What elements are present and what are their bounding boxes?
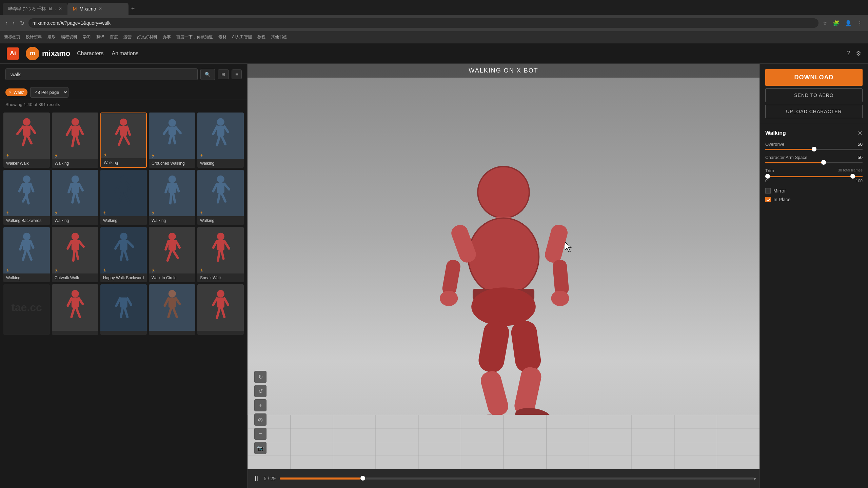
search-button[interactable]: 🔍 (200, 69, 215, 80)
tab-inactive-close[interactable]: ✕ (59, 6, 62, 11)
svg-point-60 (23, 232, 31, 240)
svg-line-46 (119, 193, 123, 202)
walk-tag[interactable]: × 'Walk' (5, 88, 27, 96)
extensions-icon[interactable]: 🧩 (831, 19, 841, 28)
svg-line-45 (127, 184, 131, 190)
list-item[interactable]: 🏃 Walking (100, 170, 147, 225)
forward-button[interactable]: › (11, 19, 16, 27)
svg-line-3 (30, 126, 35, 133)
tab-active[interactable]: M Mixamo ✕ (67, 3, 129, 15)
upload-character-button[interactable]: UPLOAD CHARACTER (765, 105, 863, 118)
grid-view-button[interactable]: ⊞ (218, 69, 229, 79)
svg-line-10 (72, 136, 74, 146)
animation-label: Walking (52, 159, 98, 168)
in-place-checkbox[interactable] (765, 197, 771, 202)
bookmark-qita[interactable]: 其他书签 (271, 34, 287, 40)
animation-label (52, 331, 98, 335)
tab-inactive[interactable]: 哗哗哗 ('·'つろ 千杯--bl... ✕ (3, 3, 67, 15)
svg-rect-61 (23, 240, 31, 250)
bookmark-xuexi[interactable]: 学习 (83, 34, 91, 40)
overdrive-slider[interactable] (765, 149, 863, 150)
zoom-in-control[interactable]: + (254, 399, 267, 411)
tab-active-close[interactable]: ✕ (99, 6, 102, 11)
bookmark-banshi[interactable]: 办事 (163, 34, 171, 40)
list-item[interactable]: 🏃 Walking (149, 170, 195, 225)
section-close-button[interactable]: ✕ (857, 129, 863, 137)
list-item[interactable]: 🏃 Catwalk Walk (52, 227, 98, 282)
search-input[interactable] (5, 68, 198, 80)
list-item[interactable]: 🏃 Walking (52, 113, 98, 168)
list-item[interactable]: 🏃 Walk In Circle (149, 227, 195, 282)
bookmark-baiduyixia[interactable]: 百度一下，你就知道 (176, 34, 213, 40)
bookmark-yunying[interactable]: 运营 (123, 34, 132, 40)
svg-line-105 (176, 298, 179, 304)
download-button[interactable]: DOWNLOAD (765, 69, 863, 86)
list-item[interactable] (100, 284, 147, 335)
trim-left-thumb[interactable] (765, 174, 770, 179)
zoom-out-control[interactable]: − (254, 428, 267, 440)
list-item[interactable]: 🏃 Walking (3, 227, 50, 282)
bookmark-shejiziliao[interactable]: 设计资料 (26, 34, 42, 40)
trim-slider[interactable] (765, 176, 863, 177)
bookmark-ai[interactable]: AI人工智能 (232, 34, 252, 40)
timeline-thumb[interactable] (360, 476, 365, 481)
list-item[interactable]: 🏃 Walking (52, 170, 98, 225)
list-item[interactable]: 🏃 Walker Walk (3, 113, 50, 168)
help-icon[interactable]: ? (847, 50, 850, 57)
view-options-button[interactable]: ≡ (232, 69, 242, 79)
list-item[interactable]: 🏃 Walking Backwards (3, 170, 50, 225)
timeline-track[interactable] (280, 477, 754, 480)
undo-control[interactable]: ↺ (254, 385, 267, 397)
arm-space-slider[interactable] (765, 162, 863, 163)
list-item[interactable]: 🏃 Sneak Walk (197, 227, 244, 282)
list-item[interactable]: tae.cc (3, 284, 50, 335)
menu-icon[interactable]: ⋮ (856, 19, 864, 28)
list-item[interactable] (197, 284, 244, 335)
nav-characters[interactable]: Characters (77, 50, 103, 57)
list-item[interactable]: 🏃 Walking (197, 113, 244, 168)
overdrive-thumb[interactable] (812, 147, 816, 151)
send-to-aero-button[interactable]: SEND TO AERO (765, 88, 863, 102)
svg-line-107 (173, 308, 177, 317)
figure-icon: 🏃 (5, 268, 10, 273)
settings-icon[interactable]: ⚙ (856, 50, 861, 57)
svg-point-72 (120, 232, 127, 240)
trim-right-thumb[interactable] (850, 174, 855, 179)
svg-rect-37 (72, 183, 79, 193)
bookmark-biancheng[interactable]: 编程资料 (61, 34, 77, 40)
mirror-checkbox[interactable] (765, 188, 771, 194)
back-button[interactable]: ‹ (4, 19, 8, 27)
list-item[interactable] (52, 284, 98, 335)
bookmark-fanyi[interactable]: 翻译 (96, 34, 104, 40)
url-input[interactable] (28, 18, 818, 28)
rotate-control[interactable]: ↻ (254, 371, 267, 383)
focus-control[interactable]: ◎ (254, 413, 267, 426)
svg-point-36 (72, 175, 79, 183)
list-item[interactable] (149, 284, 195, 335)
reload-button[interactable]: ↻ (19, 19, 26, 28)
bookmark-haowencailiao[interactable]: 好文好材料 (137, 34, 157, 40)
figure-svg (57, 175, 94, 212)
list-item[interactable]: 🏃 Walking (100, 113, 147, 168)
mixamo-logo: m mixamo (26, 47, 70, 60)
collapse-button[interactable]: ▾ (753, 475, 756, 482)
animation-label (100, 331, 147, 335)
arm-space-thumb[interactable] (821, 160, 826, 165)
nav-animations[interactable]: Animations (112, 50, 138, 57)
in-place-row: In Place (765, 197, 863, 202)
bookmark-sucai[interactable]: 素材 (218, 34, 226, 40)
svg-rect-121 (441, 259, 461, 296)
list-item[interactable]: 🏃 Crouched Walking (149, 113, 195, 168)
play-button[interactable]: ⏸ (253, 475, 260, 483)
camera-control[interactable]: 📷 (254, 442, 267, 454)
bookmark-baidu[interactable]: 百度 (110, 34, 118, 40)
bookmark-yule[interactable]: 娱乐 (47, 34, 56, 40)
bookmark-xinbiao[interactable]: 新标签页 (4, 34, 20, 40)
new-tab-button[interactable]: + (129, 5, 138, 13)
per-page-select[interactable]: 48 Per page (30, 87, 68, 98)
list-item[interactable]: 🏃 Happy Walk Backward (100, 227, 147, 282)
profile-icon[interactable]: 👤 (844, 19, 853, 28)
bookmark-jiaocheng[interactable]: 教程 (257, 34, 265, 40)
bookmark-star-icon[interactable]: ☆ (821, 19, 829, 28)
list-item[interactable]: 🏃 Walking (197, 170, 244, 225)
